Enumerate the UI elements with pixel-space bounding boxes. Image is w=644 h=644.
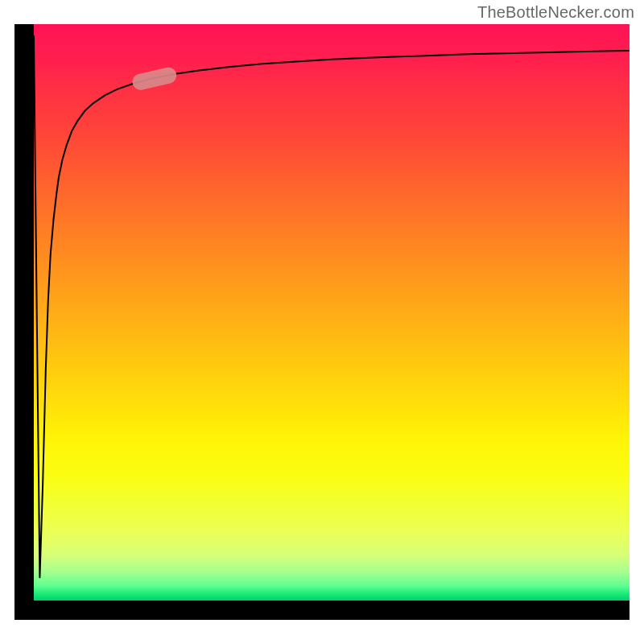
bottleneck-curve <box>34 35 630 577</box>
x-axis <box>14 601 630 620</box>
marker-pill <box>130 66 178 92</box>
plot-area <box>34 24 630 601</box>
chart-container <box>14 24 630 620</box>
chart-svg <box>34 24 630 601</box>
y-axis <box>14 24 34 601</box>
watermark-text: TheBottleNecker.com <box>477 3 634 22</box>
